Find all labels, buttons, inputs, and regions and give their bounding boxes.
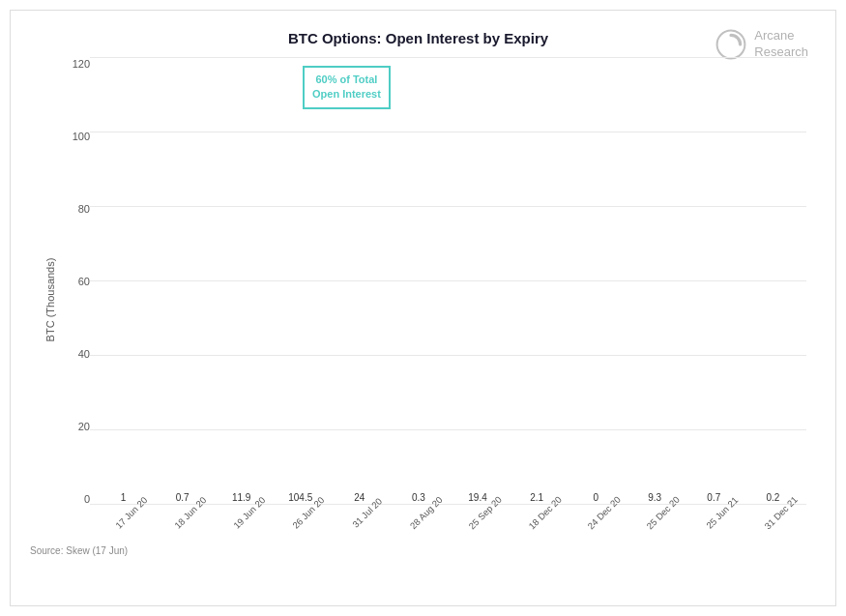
arcane-logo-icon	[715, 29, 746, 60]
y-tick-120: 120	[51, 58, 90, 70]
y-tick-100: 100	[51, 131, 90, 142]
logo-text: ArcaneResearch	[754, 28, 808, 61]
y-tick-60: 60	[51, 276, 90, 287]
logo-area: ArcaneResearch	[715, 28, 808, 61]
x-labels: 17 Jun 2018 Jun 2019 Jun 2026 Jun 2031 J…	[90, 505, 806, 542]
chart-title: BTC Options: Open Interest by Expiry	[30, 30, 806, 46]
y-tick-20: 20	[51, 421, 90, 432]
y-tick-40: 40	[51, 348, 90, 360]
y-tick-0: 0	[51, 493, 90, 505]
y-tick-80: 80	[51, 203, 90, 215]
chart-area: BTC (Thousands) 120 100 80 60 40 20 0	[30, 58, 806, 542]
bar-value-8: 0	[593, 492, 598, 503]
bars-row: 10.711.9104.5240.319.42.109.30.70.2	[90, 58, 806, 505]
chart-container: BTC Options: Open Interest by Expiry Arc…	[10, 10, 836, 606]
plot-area: 60% of TotalOpen Interest 10.711.9104.52…	[90, 58, 806, 542]
